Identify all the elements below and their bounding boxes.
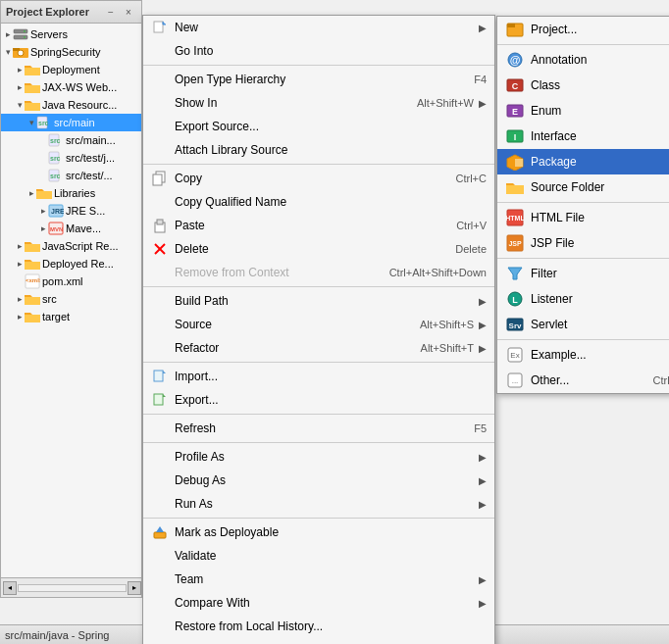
expand-arrow[interactable]: ▸ — [38, 206, 48, 216]
tree-item-src-main[interactable]: ▾srcsrc/main — [1, 114, 141, 131]
submenu-item-listener[interactable]: LListener — [497, 286, 669, 312]
tree-item-src-main2[interactable]: srcsrc/main... — [1, 131, 141, 149]
menu-item-export[interactable]: Export... — [143, 388, 494, 412]
expand-arrow[interactable]: ▾ — [26, 118, 36, 127]
menu-item-delete[interactable]: DeleteDelete — [143, 237, 494, 261]
expand-arrow[interactable]: ▸ — [26, 188, 36, 198]
submenu-item-source-folder[interactable]: Source Folder — [497, 174, 669, 200]
tree-item-src[interactable]: ▸src — [1, 290, 141, 308]
expand-arrow[interactable]: ▸ — [15, 82, 25, 92]
menu-item-import[interactable]: Import... — [143, 365, 494, 388]
menu-item-show-in[interactable]: Show InAlt+Shift+W▶ — [143, 91, 494, 115]
minimize-button[interactable]: − — [103, 4, 119, 20]
menu-item-refresh[interactable]: RefreshF5 — [143, 417, 494, 440]
tree-item-deployed-re[interactable]: ▸Deployed Re... — [1, 255, 141, 272]
menu-item-compare-with[interactable]: Compare With▶ — [143, 591, 494, 615]
menu-icon-none — [151, 71, 169, 88]
menu-item-source[interactable]: SourceAlt+Shift+S▶ — [143, 313, 494, 336]
submenu-item-annotation[interactable]: @Annotation — [497, 47, 669, 73]
menu-item-run-as[interactable]: Run As▶ — [143, 492, 494, 516]
submenu-icon-example: Ex — [505, 345, 525, 365]
tree-item-jax-ws[interactable]: ▸JAX-WS Web... — [1, 78, 141, 96]
tree-item-libraries[interactable]: ▸Libraries — [1, 184, 141, 202]
submenu-item-interface[interactable]: IInterface — [497, 124, 669, 149]
menu-item-label: Source — [175, 318, 400, 331]
tree-item-jre-s[interactable]: ▸JREJRE S... — [1, 202, 141, 220]
submenu-separator — [497, 44, 669, 45]
expand-arrow[interactable]: ▸ — [15, 241, 25, 251]
menu-item-new[interactable]: New▶ — [143, 16, 494, 39]
menu-item-open-type-hierarchy[interactable]: Open Type HierarchyF4 — [143, 68, 494, 91]
tree-item-icon-folder — [25, 291, 40, 307]
tree-item-pom-xml[interactable]: <xml>pom.xml — [1, 272, 141, 290]
tree-item-spring-security[interactable]: ▾SpringSecurity — [1, 43, 141, 61]
menu-item-team[interactable]: Team▶ — [143, 568, 494, 591]
scroll-right[interactable]: ▸ — [128, 581, 141, 595]
submenu-icon-html: HTML — [505, 208, 525, 227]
close-button[interactable]: × — [121, 4, 136, 20]
menu-item-export-source[interactable]: Export Source... — [143, 115, 494, 138]
tree-item-javascript-re[interactable]: ▸JavaScript Re... — [1, 237, 141, 255]
submenu-item-jsp-file[interactable]: JSPJSP File — [497, 230, 669, 256]
menu-icon-export — [151, 391, 169, 409]
tree-item-label: src/main... — [66, 134, 116, 146]
menu-icon-none — [151, 292, 169, 310]
submenu-new: Project...@AnnotationCClassEEnumIInterfa… — [496, 16, 669, 394]
submenu-item-package[interactable]: Package — [497, 149, 669, 174]
tree-item-src-test-j[interactable]: srcsrc/test/j... — [1, 149, 141, 167]
menu-item-profile-as[interactable]: Profile As▶ — [143, 445, 494, 469]
submenu-arrow-icon: ▶ — [479, 343, 487, 354]
submenu-item-class[interactable]: CClass — [497, 73, 669, 98]
scroll-track[interactable] — [18, 584, 127, 592]
menu-item-copy-qualified[interactable]: Copy Qualified Name — [143, 190, 494, 214]
tree-item-deployment[interactable]: ▸Deployment — [1, 61, 141, 78]
expand-arrow[interactable]: ▸ — [15, 65, 25, 74]
expand-arrow[interactable]: ▾ — [15, 100, 25, 110]
submenu-item-label: Filter — [531, 267, 669, 280]
tree-item-maven[interactable]: ▸MVNMave... — [1, 220, 141, 237]
menu-item-shortcut: F4 — [474, 74, 487, 85]
menu-item-pydev[interactable]: PyDev▶ — [143, 638, 494, 644]
expand-arrow[interactable]: ▸ — [15, 312, 25, 322]
submenu-item-enum[interactable]: EEnum — [497, 98, 669, 124]
menu-icon-import — [151, 368, 169, 385]
tree-item-src-test[interactable]: srcsrc/test/... — [1, 167, 141, 184]
scroll-left[interactable]: ◂ — [3, 581, 17, 595]
menu-item-go-into[interactable]: Go Into — [143, 39, 494, 63]
expand-arrow[interactable]: ▾ — [3, 47, 13, 57]
tree-item-icon-project — [13, 44, 28, 60]
menu-separator — [143, 442, 494, 443]
menu-item-restore-history[interactable]: Restore from Local History... — [143, 615, 494, 638]
menu-item-mark-deployable[interactable]: Mark as Deployable — [143, 520, 494, 544]
svg-text:src: src — [50, 155, 61, 162]
submenu-arrow-icon: ▶ — [479, 98, 487, 109]
scrollbar[interactable]: ◂ ▸ — [1, 577, 142, 597]
tree-item-java-resource[interactable]: ▾Java Resourc... — [1, 96, 141, 114]
submenu-item-servlet[interactable]: SrvServlet — [497, 312, 669, 337]
tree-item-icon-folder — [25, 62, 40, 77]
menu-item-refactor[interactable]: RefactorAlt+Shift+T▶ — [143, 336, 494, 360]
submenu-item-project[interactable]: Project... — [497, 17, 669, 42]
menu-item-build-path[interactable]: Build Path▶ — [143, 289, 494, 313]
expand-arrow[interactable]: ▸ — [3, 29, 13, 39]
menu-item-label: Refresh — [175, 421, 454, 435]
submenu-item-html-file[interactable]: HTMLHTML File — [497, 205, 669, 230]
expand-arrow[interactable]: ▸ — [15, 259, 25, 269]
tree-item-icon-folder — [25, 97, 40, 113]
menu-item-shortcut: F5 — [474, 422, 487, 434]
tree-item-servers[interactable]: ▸Servers — [1, 25, 141, 43]
expand-arrow[interactable]: ▸ — [38, 223, 48, 233]
expand-arrow[interactable]: ▸ — [15, 294, 25, 304]
menu-item-attach-library[interactable]: Attach Library Source — [143, 138, 494, 162]
menu-separator — [143, 362, 494, 363]
menu-item-debug-as[interactable]: Debug As▶ — [143, 469, 494, 492]
submenu-item-example[interactable]: ExExample... — [497, 342, 669, 368]
menu-item-validate[interactable]: Validate — [143, 544, 494, 568]
submenu-icon-project-new — [505, 20, 525, 39]
submenu-item-other[interactable]: ...Other...Ctrl+N — [497, 368, 669, 393]
tree-item-label: JavaScript Re... — [42, 240, 119, 252]
tree-item-target[interactable]: ▸target — [1, 308, 141, 325]
menu-item-paste[interactable]: PasteCtrl+V — [143, 214, 494, 237]
submenu-item-filter[interactable]: Filter — [497, 261, 669, 286]
menu-item-copy[interactable]: CopyCtrl+C — [143, 167, 494, 190]
